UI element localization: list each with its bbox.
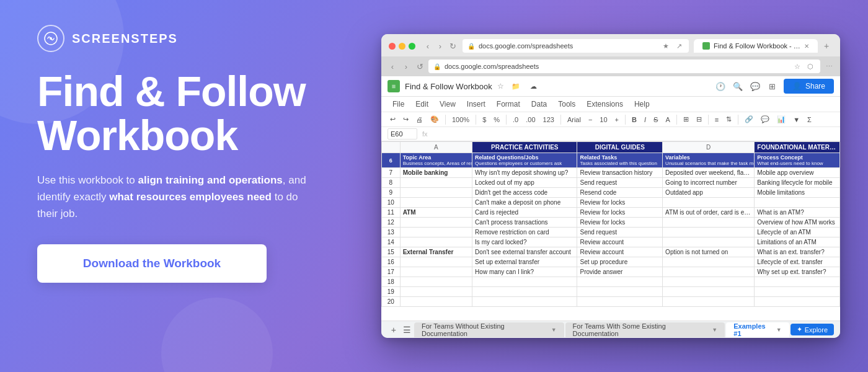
explore-button[interactable]: ✦ Explore xyxy=(790,324,834,335)
star-bookmark[interactable]: ☆ xyxy=(792,61,802,71)
decimal-up-btn[interactable]: .00 xyxy=(523,115,538,125)
table-row: 18 xyxy=(382,277,840,287)
sheets-folder-icon[interactable]: 📁 xyxy=(509,81,523,92)
chart-btn[interactable]: 📊 xyxy=(774,114,788,125)
toolbar-sep-4 xyxy=(560,115,561,125)
minimize-button[interactable] xyxy=(399,43,405,50)
address-actions: ★ ↗ xyxy=(661,41,684,51)
print-btn[interactable]: 🖨 xyxy=(414,115,425,125)
tab-bar: Find & Follow Workbook - Go... ✕ + xyxy=(694,39,833,53)
more-options-icon[interactable]: ⋯ xyxy=(824,61,834,71)
redo-btn[interactable]: ↪ xyxy=(401,114,411,125)
search-icon[interactable]: 🔍 xyxy=(732,80,744,92)
font-minus-btn[interactable]: − xyxy=(586,115,595,125)
filter-btn[interactable]: ▼ xyxy=(790,115,802,125)
formula-separator: fx xyxy=(422,130,428,138)
table-row: 11 ATM Card is rejected Review for locks… xyxy=(382,208,840,218)
sheet-tab-2[interactable]: For Teams With Some Existing Documentati… xyxy=(565,322,725,337)
browser-window: ‹ › ↻ 🔒 docs.google.com/spreadsheets ★ ↗ xyxy=(381,34,840,338)
reload-button[interactable]: ↻ xyxy=(448,41,458,51)
sheet-tab-3[interactable]: Examples #1 ▼ xyxy=(726,322,789,337)
menu-extensions[interactable]: Extensions xyxy=(582,98,628,110)
menu-edit[interactable]: Edit xyxy=(410,98,433,110)
sheet-tab-1[interactable]: For Teams Without Existing Documentation… xyxy=(414,322,564,337)
body-text: Use this workbook to align training and … xyxy=(37,172,310,223)
menu-view[interactable]: View xyxy=(435,98,461,110)
new-tab-button[interactable]: + xyxy=(820,40,833,52)
share-button[interactable]: 👤 Share xyxy=(784,79,834,94)
strikethrough-btn[interactable]: S xyxy=(651,115,660,125)
subheader-reltasks: Related Tasks Tasks associated with this… xyxy=(577,153,663,168)
toolbar-sep-3 xyxy=(506,115,507,125)
sheets-star-icon[interactable]: ☆ xyxy=(497,82,504,91)
bookmark-icon[interactable]: ★ xyxy=(661,41,671,51)
italic-btn[interactable]: I xyxy=(642,115,649,125)
table-row: 9 Didn't get the access code Resend code… xyxy=(382,188,840,198)
formula-bar: E60 fx xyxy=(381,127,840,141)
cell-reference[interactable]: E60 xyxy=(388,128,417,140)
back-arrow[interactable]: ‹ xyxy=(423,41,433,51)
currency-btn[interactable]: $ xyxy=(480,115,489,125)
comment-btn[interactable]: 💬 xyxy=(758,114,772,125)
undo-btn[interactable]: ↩ xyxy=(388,114,398,125)
decimal-down-btn[interactable]: .0 xyxy=(510,115,521,125)
address-bar[interactable]: 🔒 docs.google.com/spreadsheets ★ ↗ xyxy=(463,39,689,53)
paint-format-btn[interactable]: 🎨 xyxy=(428,114,441,125)
menu-file[interactable]: File xyxy=(388,98,409,110)
col-header-d[interactable]: D xyxy=(663,142,755,153)
text-color-btn[interactable]: A xyxy=(663,115,672,125)
main-address-bar[interactable]: 🔒 docs.google.com/spreadsheets ☆ ⬡ xyxy=(428,60,820,73)
font-plus-btn[interactable]: + xyxy=(613,115,621,125)
browser-top-bar: ‹ › ↻ 🔒 docs.google.com/spreadsheets ★ ↗ xyxy=(389,39,833,53)
link-btn[interactable]: 🔗 xyxy=(742,114,756,125)
table-row: 19 xyxy=(382,287,840,297)
borders-btn[interactable]: ⊞ xyxy=(681,114,691,125)
table-row: 13 Remove restriction on card Send reque… xyxy=(382,228,840,237)
back-nav[interactable]: ‹ xyxy=(388,61,397,71)
reload-nav[interactable]: ↺ xyxy=(415,61,425,71)
menu-format[interactable]: Format xyxy=(492,98,525,110)
menu-tools[interactable]: Tools xyxy=(553,98,580,110)
format-num-btn[interactable]: 123 xyxy=(541,115,557,125)
history-icon[interactable]: 🕐 xyxy=(714,80,727,92)
align-btn[interactable]: ≡ xyxy=(712,115,721,125)
menu-help[interactable]: Help xyxy=(629,98,655,110)
col-header-row: A PRACTICE ACTIVITIES DIGITAL GUIDES D F… xyxy=(382,142,840,153)
sheets-title-row: ≡ Find & Follow Workbook ☆ 📁 ☁ xyxy=(388,80,539,92)
merge-btn[interactable]: ⊟ xyxy=(694,114,704,125)
subheader-vars: Variables Unusual scenarios that make th… xyxy=(663,153,755,168)
comments-icon[interactable]: 💬 xyxy=(749,80,761,92)
sheet-list-button[interactable]: ☰ xyxy=(401,324,412,336)
traffic-lights xyxy=(389,43,415,50)
tab-close-icon[interactable]: ✕ xyxy=(804,43,809,50)
corner-cell xyxy=(382,142,401,153)
bold-btn[interactable]: B xyxy=(629,115,639,125)
sheet-tab-2-arrow: ▼ xyxy=(712,327,717,333)
logo-text: SCREENSTEPS xyxy=(72,32,178,46)
tab-share[interactable]: ⬡ xyxy=(805,61,815,71)
close-button[interactable] xyxy=(389,43,396,50)
maximize-button[interactable] xyxy=(409,43,415,50)
forward-arrow[interactable]: › xyxy=(435,41,445,51)
logo-icon xyxy=(37,25,64,52)
menu-data[interactable]: Data xyxy=(526,98,552,110)
headline: Find & Follow Workbook xyxy=(37,69,329,158)
function-btn[interactable]: Σ xyxy=(805,115,814,125)
col-header-a[interactable]: A xyxy=(400,142,472,153)
forward-nav[interactable]: › xyxy=(401,61,411,71)
table-row: 14 Is my card locked? Review account Lim… xyxy=(382,237,840,247)
svg-point-1 xyxy=(50,37,52,40)
font-select[interactable]: Arial xyxy=(565,115,583,125)
subheader-process: Process Concept What end-users need to k… xyxy=(755,153,840,168)
menu-insert[interactable]: Insert xyxy=(462,98,490,110)
download-workbook-button[interactable]: Download the Workbook xyxy=(37,244,267,283)
zoom-btn[interactable]: 100% xyxy=(450,115,472,125)
browser-tab-active[interactable]: Find & Follow Workbook - Go... ✕ xyxy=(694,39,818,53)
valign-btn[interactable]: ⇅ xyxy=(724,114,734,125)
grid-icon[interactable]: ⊞ xyxy=(766,80,779,92)
share-icon[interactable]: ↗ xyxy=(674,41,684,51)
subheader-topic: Topic Area Business concepts, Areas of r… xyxy=(400,153,472,168)
font-size-btn[interactable]: 10 xyxy=(597,115,609,125)
percent-btn[interactable]: % xyxy=(491,115,502,125)
add-sheet-button[interactable]: + xyxy=(388,324,399,336)
